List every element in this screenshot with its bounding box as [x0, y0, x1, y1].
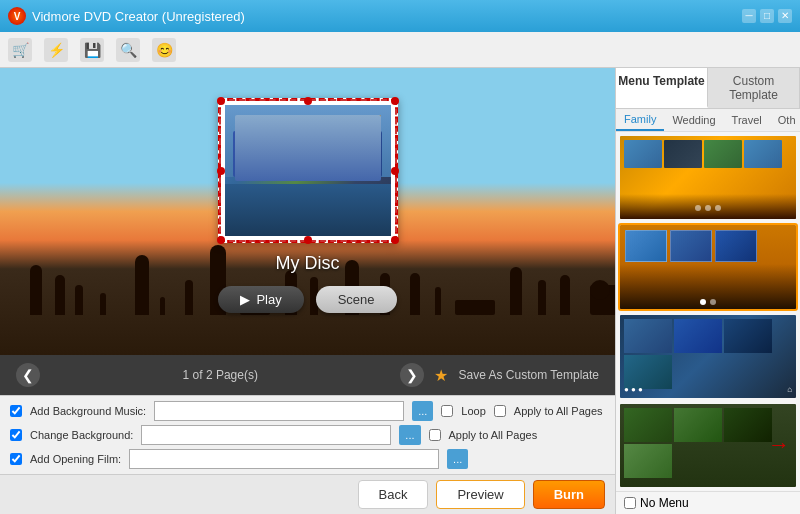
tmpl-photo-c — [715, 230, 757, 262]
main-container: My Disc ▶ Play Scene — [0, 68, 800, 514]
bg-music-browse-button[interactable]: ... — [412, 401, 433, 421]
family-tab[interactable]: Family — [616, 109, 664, 131]
template-item-2[interactable] — [618, 223, 798, 310]
tmpl-photo-b — [670, 230, 712, 262]
tmpl-n4 — [624, 444, 672, 478]
loop-checkbox[interactable] — [441, 405, 453, 417]
tmpl-menu-dots: ● ● ● — [624, 385, 643, 394]
corner-dot-tl — [217, 97, 225, 105]
preview-button[interactable]: Preview — [436, 480, 524, 509]
bg-music-row: Add Background Music: ... Loop Apply to … — [10, 401, 605, 421]
tmpl-n3 — [724, 408, 772, 442]
tmpl-n2 — [674, 408, 722, 442]
menu-template-tab[interactable]: Menu Template — [616, 68, 708, 108]
tmpl-thumb-1d — [744, 140, 782, 168]
opening-film-label: Add Opening Film: — [30, 453, 121, 465]
play-button[interactable]: ▶ Play — [218, 286, 303, 313]
dot-1 — [695, 205, 701, 211]
left-panel: My Disc ▶ Play Scene — [0, 68, 615, 514]
tmpl-g3 — [724, 319, 772, 353]
minimize-button[interactable]: ─ — [742, 9, 756, 23]
app-title: Vidmore DVD Creator (Unregistered) — [32, 9, 245, 24]
template-preview-1 — [620, 136, 796, 219]
lightning-icon[interactable]: ⚡ — [44, 38, 68, 62]
apply-all-music-checkbox[interactable] — [494, 405, 506, 417]
options-bar: Add Background Music: ... Loop Apply to … — [0, 395, 615, 474]
change-bg-label: Change Background: — [30, 429, 133, 441]
dvd-thumbnail — [218, 98, 398, 243]
dot-2a — [700, 299, 706, 305]
title-bar: V Vidmore DVD Creator (Unregistered) ─ □… — [0, 0, 800, 32]
app-logo: V — [8, 7, 26, 25]
tmpl-home-icon: ⌂ — [787, 385, 792, 394]
change-bg-row: Change Background: ... Apply to All Page… — [10, 425, 605, 445]
back-button[interactable]: Back — [358, 480, 429, 509]
apply-all-bg-label: Apply to All Pages — [449, 429, 538, 441]
tmpl-photo-row — [620, 225, 796, 262]
loop-label: Loop — [461, 405, 485, 417]
bg-music-checkbox[interactable] — [10, 405, 22, 417]
travel-tab[interactable]: Travel — [724, 110, 770, 130]
star-icon: ★ — [434, 366, 448, 385]
custom-template-tab[interactable]: Custom Template — [708, 68, 800, 108]
tmpl-photo-a — [625, 230, 667, 262]
tmpl-n1 — [624, 408, 672, 442]
dvd-thumbnail-image — [225, 105, 391, 236]
template-preview-3: ⌂ ● ● ● — [620, 315, 796, 398]
tmpl-g2 — [674, 319, 722, 353]
opening-film-browse-button[interactable]: ... — [447, 449, 468, 469]
scene-label: Scene — [338, 292, 375, 307]
opening-film-row: Add Opening Film: ... — [10, 449, 605, 469]
scene-button[interactable]: Scene — [316, 286, 397, 313]
opening-film-input[interactable] — [129, 449, 439, 469]
template-list: ⌂ ● ● ● → — [616, 132, 800, 491]
tmpl-photo-grid — [620, 315, 796, 393]
template-item-4[interactable]: → — [618, 402, 798, 489]
corner-dot-tm — [304, 97, 312, 105]
dot-2b — [710, 299, 716, 305]
window-controls[interactable]: ─ □ ✕ — [742, 9, 792, 23]
corner-dot-br — [391, 236, 399, 244]
disc-title: My Disc — [276, 253, 340, 274]
play-label: Play — [256, 292, 281, 307]
corner-dot-bl — [217, 236, 225, 244]
no-menu-label: No Menu — [640, 496, 689, 510]
template-item-1[interactable] — [618, 134, 798, 221]
corner-dot-mr — [391, 167, 399, 175]
template-tabs: Menu Template Custom Template — [616, 68, 800, 109]
change-bg-checkbox[interactable] — [10, 429, 22, 441]
smiley-icon[interactable]: 😊 — [152, 38, 176, 62]
apply-all-bg-checkbox[interactable] — [429, 429, 441, 441]
dvd-controls: ▶ Play Scene — [218, 286, 396, 313]
opening-film-checkbox[interactable] — [10, 453, 22, 465]
cart-icon[interactable]: 🛒 — [8, 38, 32, 62]
close-button[interactable]: ✕ — [778, 9, 792, 23]
wedding-tab[interactable]: Wedding — [664, 110, 723, 130]
bg-music-input[interactable] — [154, 401, 404, 421]
no-menu-checkbox[interactable] — [624, 497, 636, 509]
dot-2 — [705, 205, 711, 211]
apply-all-music-label: Apply to All Pages — [514, 405, 603, 417]
maximize-button[interactable]: □ — [760, 9, 774, 23]
change-bg-browse-button[interactable]: ... — [399, 425, 420, 445]
toolbar: 🛒 ⚡ 💾 🔍 😊 — [0, 32, 800, 68]
dot-3 — [715, 205, 721, 211]
prev-page-button[interactable]: ❮ — [16, 363, 40, 387]
next-page-button[interactable]: ❯ — [400, 363, 424, 387]
search-icon[interactable]: 🔍 — [116, 38, 140, 62]
no-menu-row: No Menu — [616, 491, 800, 514]
corner-dot-tr — [391, 97, 399, 105]
corner-dot-ml — [217, 167, 225, 175]
other-tab[interactable]: Oth — [770, 110, 800, 130]
play-icon: ▶ — [240, 292, 250, 307]
red-arrow-indicator: → — [768, 432, 790, 458]
tmpl-thumb-1c — [704, 140, 742, 168]
burn-button[interactable]: Burn — [533, 480, 605, 509]
tmpl-thumb-1a — [624, 140, 662, 168]
change-bg-input[interactable] — [141, 425, 391, 445]
template-item-3[interactable]: ⌂ ● ● ● — [618, 313, 798, 400]
save-template-button[interactable]: Save As Custom Template — [458, 368, 599, 382]
save-icon[interactable]: 💾 — [80, 38, 104, 62]
tmpl-dots-1 — [695, 205, 721, 211]
template-preview-2 — [620, 225, 796, 308]
